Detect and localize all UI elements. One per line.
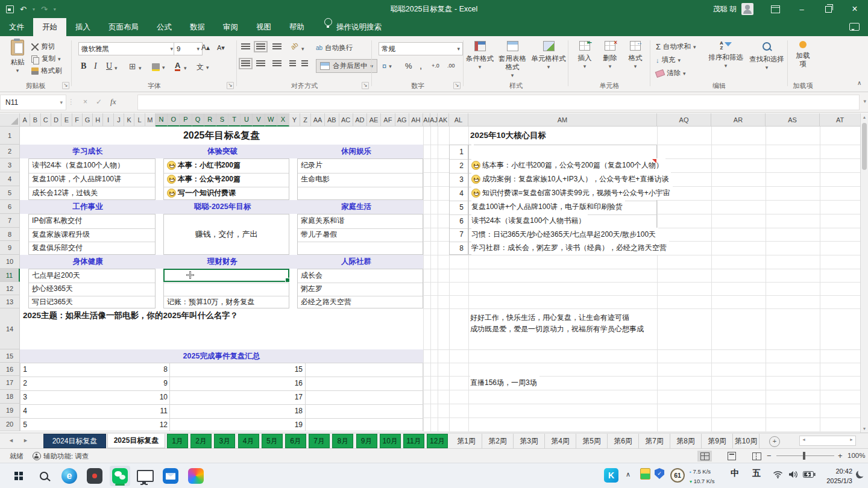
row-header-18[interactable]: 18: [0, 390, 20, 404]
cell-number[interactable]: 16: [289, 376, 303, 390]
tab-insert[interactable]: 插入: [66, 18, 99, 36]
row-header-6[interactable]: 6: [0, 200, 20, 214]
underline-dropdown-icon[interactable]: ▾: [115, 65, 118, 71]
phonetic-button[interactable]: 文▾: [197, 62, 209, 72]
start-button[interactable]: [8, 466, 29, 486]
cell-main-title[interactable]: 2025年目标&复盘: [20, 127, 423, 145]
cell-goal-text[interactable]: 成功案例：复盘家族10人+IP3人），公众号专栏+直播访谈: [471, 172, 671, 186]
taskbar-edge-button[interactable]: e: [59, 466, 80, 486]
column-header-AK[interactable]: AK: [438, 113, 449, 127]
column-header-K[interactable]: K: [124, 113, 134, 127]
restore-button[interactable]: [815, 0, 841, 18]
normal-view-button[interactable]: [697, 451, 712, 461]
column-header-A[interactable]: A: [20, 113, 30, 127]
column-header-AF[interactable]: AF: [381, 113, 395, 127]
sheet-tab-week-8[interactable]: 第8周: [670, 434, 702, 448]
tab-data[interactable]: 数据: [181, 18, 214, 36]
vertical-scroll-thumb[interactable]: [862, 123, 867, 170]
row-header-17[interactable]: 17: [0, 376, 20, 390]
cell[interactable]: 七点早起200天: [32, 269, 80, 282]
clear-dropdown-icon[interactable]: ▾: [683, 70, 686, 77]
insert-dropdown-icon[interactable]: ▾: [583, 62, 587, 70]
tray-doc-button[interactable]: [640, 468, 650, 480]
cell[interactable]: 本事：小红书200篇: [167, 158, 241, 172]
row-header-13[interactable]: 13: [0, 295, 20, 308]
font-name-dropdown-icon[interactable]: ▾: [170, 46, 173, 52]
column-header-AH[interactable]: AH: [409, 113, 423, 127]
expand-formula-bar-icon[interactable]: ▾: [863, 98, 866, 104]
select-all-corner[interactable]: [0, 113, 20, 127]
sheet-tab-month-3[interactable]: 3月: [214, 434, 235, 448]
cell-goal-number[interactable]: 6: [449, 214, 464, 228]
new-sheet-button[interactable]: +: [769, 436, 780, 447]
comma-style-button[interactable]: ,: [420, 60, 422, 70]
cancel-entry-button[interactable]: ×: [83, 98, 87, 106]
decrease-font-button[interactable]: A▾: [217, 44, 225, 52]
align-bottom-button[interactable]: [272, 43, 281, 50]
row-header-19[interactable]: 19: [0, 404, 20, 418]
sheet-tab-week-9[interactable]: 第9周: [702, 434, 733, 448]
sheet-tab-month-10[interactable]: 10月: [380, 434, 401, 448]
tab-formulas[interactable]: 公式: [148, 18, 181, 36]
column-header-V[interactable]: V: [253, 113, 265, 127]
number-format-dropdown-icon[interactable]: ▾: [457, 46, 460, 52]
row-header-14[interactable]: 14: [0, 308, 20, 349]
cell-number[interactable]: 8: [156, 363, 168, 376]
insert-cells-button[interactable]: ⇤插入▾: [573, 41, 597, 70]
cell-number[interactable]: 2: [20, 376, 27, 390]
sheet-tab-month-1[interactable]: 1月: [167, 434, 188, 448]
increase-indent-button[interactable]: [301, 60, 308, 67]
tab-review[interactable]: 审阅: [214, 18, 247, 36]
sheet-tab-week-1[interactable]: 第1周: [451, 434, 482, 448]
zoom-out-button[interactable]: −: [767, 451, 772, 460]
cell[interactable]: 纪录片: [301, 158, 322, 172]
cell[interactable]: 带儿子暑假: [301, 228, 337, 241]
row-header-12[interactable]: 12: [0, 282, 20, 295]
network-speed-monitor[interactable]: ▪ 7.5 K/s ▾ 10.7 K/s: [690, 467, 715, 486]
name-box-dropdown-icon[interactable]: ▾: [60, 99, 63, 105]
taskbar-wechat-button[interactable]: [110, 466, 130, 486]
column-header-Q[interactable]: Q: [192, 113, 204, 127]
cell[interactable]: 复盘100讲，个人品牌100讲: [32, 172, 121, 186]
accessibility-status[interactable]: 辅助功能: 调查: [43, 452, 89, 461]
sheet-tab-week-6[interactable]: 第6周: [608, 434, 639, 448]
row-header-8[interactable]: 8: [0, 228, 20, 241]
currency-dropdown-icon[interactable]: ▾: [389, 63, 392, 69]
cell-goal-text[interactable]: 练本事：小红书200篇，公众号200篇（复盘100个人物）: [471, 158, 665, 172]
align-middle-button[interactable]: [256, 43, 265, 50]
table-dropdown-icon[interactable]: ▾: [511, 71, 514, 80]
section-header-4[interactable]: 聪聪-2025年目标: [156, 200, 289, 214]
cell[interactable]: 粥左罗: [301, 282, 322, 295]
increase-decimal-button[interactable]: +.0: [432, 63, 439, 69]
cell-note[interactable]: 成功既是爱，爱是一切原动力，祝福所有学员心想事成: [470, 324, 646, 335]
autosum-dropdown-icon[interactable]: ▾: [693, 44, 696, 50]
fill-dropdown-icon[interactable]: ▾: [678, 57, 681, 63]
row-header-3[interactable]: 3: [0, 158, 20, 172]
column-header-E[interactable]: E: [61, 113, 72, 127]
sheet-tab-week-3[interactable]: 第3周: [514, 434, 545, 448]
close-button[interactable]: ×: [841, 0, 868, 18]
phonetic-dropdown-icon[interactable]: ▾: [206, 64, 209, 70]
section-header-6[interactable]: 身体健康: [20, 255, 156, 269]
row-header-7[interactable]: 7: [0, 214, 20, 228]
cell-goal-number[interactable]: 4: [449, 186, 464, 200]
orientation-dropdown-icon[interactable]: ▾: [301, 46, 304, 52]
align-left-button[interactable]: [241, 60, 250, 67]
sheet-tab-month-2[interactable]: 2月: [190, 434, 212, 448]
column-header-AC[interactable]: AC: [339, 113, 353, 127]
column-header-N[interactable]: N: [156, 113, 168, 127]
scroll-right-arrow[interactable]: ►: [849, 437, 854, 442]
cell-number[interactable]: 17: [289, 390, 303, 404]
column-header-L[interactable]: L: [134, 113, 145, 127]
cell-goal-number[interactable]: 7: [449, 228, 464, 241]
number-dialog-launcher[interactable]: ↘: [453, 82, 461, 89]
cell[interactable]: 抄心经365天: [32, 282, 73, 295]
cell[interactable]: 复盘家族课程升级: [32, 228, 90, 241]
page-break-view-button[interactable]: [749, 451, 764, 461]
percent-button[interactable]: %: [405, 61, 412, 70]
column-header-X[interactable]: X: [277, 113, 289, 127]
cell-goal-text[interactable]: 学习社群：成长会，粥左罗，读书（经典），必经之路天空营: [471, 241, 669, 255]
zoom-level[interactable]: 100%: [848, 452, 865, 459]
tab-view[interactable]: 视图: [247, 18, 280, 36]
cell-number[interactable]: 10: [156, 390, 168, 404]
